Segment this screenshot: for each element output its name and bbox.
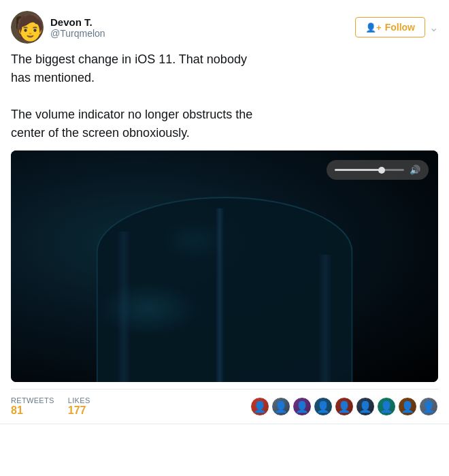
volume-slider-track[interactable]	[335, 169, 404, 171]
user-name[interactable]: Devon T.	[50, 16, 105, 28]
tweet-text-line4: center of the screen obnoxiously.	[11, 126, 190, 140]
follow-button[interactable]: 👤+ Follow	[355, 17, 425, 37]
avatar[interactable]	[11, 11, 44, 44]
user-info: Devon T. @Turqmelon	[50, 16, 105, 39]
person-add-icon: 👤+	[365, 22, 382, 33]
list-item[interactable]	[250, 397, 269, 416]
tweet-header-left: Devon T. @Turqmelon	[11, 11, 105, 44]
likers-avatar-row	[250, 397, 438, 416]
list-item[interactable]	[335, 397, 354, 416]
likes-stat: LIKES 177	[68, 396, 90, 417]
tweet-stats: RETWEETS 81 LIKES 177	[11, 396, 90, 417]
tweet-media[interactable]: 🔊	[11, 150, 438, 382]
user-handle[interactable]: @Turqmelon	[50, 28, 105, 39]
tweet-header: Devon T. @Turqmelon 👤+ Follow ⌄	[11, 11, 438, 44]
tweet-text-line2: has mentioned.	[11, 71, 95, 84]
tweet-text-line3: The volume indicator no longer obstructs…	[11, 108, 252, 121]
volume-icon: 🔊	[410, 165, 420, 175]
retweets-label: RETWEETS	[11, 396, 54, 404]
list-item[interactable]	[419, 397, 438, 416]
chevron-down-icon[interactable]: ⌄	[429, 21, 438, 34]
tweet-card: Devon T. @Turqmelon 👤+ Follow ⌄ The bigg…	[0, 0, 449, 424]
list-item[interactable]	[293, 397, 312, 416]
volume-slider-thumb	[378, 167, 385, 174]
volume-indicator: 🔊	[327, 160, 429, 180]
tweet-footer: RETWEETS 81 LIKES 177	[11, 389, 438, 424]
likes-value: 177	[68, 404, 90, 417]
tweet-text: The biggest change in iOS 11. That nobod…	[11, 50, 438, 142]
tweet-text-line1: The biggest change in iOS 11. That nobod…	[11, 52, 247, 66]
list-item[interactable]	[377, 397, 396, 416]
list-item[interactable]	[314, 397, 333, 416]
volume-slider-fill	[335, 169, 382, 171]
list-item[interactable]	[398, 397, 417, 416]
list-item[interactable]	[356, 397, 375, 416]
list-item[interactable]	[271, 397, 290, 416]
likes-label: LIKES	[68, 396, 90, 404]
follow-button-label: Follow	[385, 22, 415, 33]
retweets-value: 81	[11, 404, 54, 417]
media-scene	[11, 150, 438, 382]
tweet-header-right: 👤+ Follow ⌄	[355, 17, 438, 37]
retweets-stat: RETWEETS 81	[11, 396, 54, 417]
